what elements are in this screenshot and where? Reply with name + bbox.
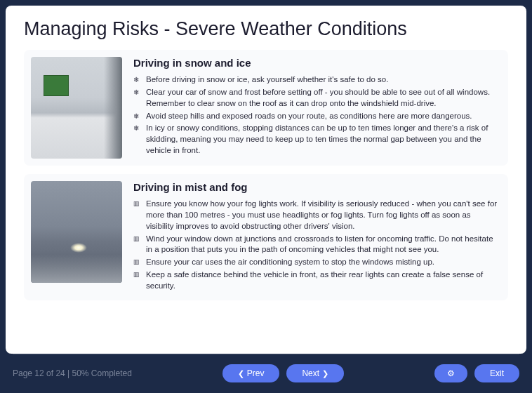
gear-icon: ⚙︎ — [447, 368, 455, 378]
list-item: Before driving in snow or ice, ask yours… — [133, 74, 498, 86]
list-item: Keep a safe distance behind the vehicle … — [133, 269, 498, 292]
section-snow-list: Before driving in snow or ice, ask yours… — [133, 74, 498, 156]
section-snow-heading: Driving in snow and ice — [133, 57, 498, 69]
list-item: Clear your car of snow and frost before … — [133, 87, 498, 109]
next-label: Next — [302, 368, 319, 378]
progress-text: Page 12 of 24 | 50% Completed — [13, 368, 132, 378]
list-item: Ensure your car uses the air conditionin… — [133, 257, 498, 268]
snow-road-image — [31, 57, 122, 159]
list-item: Ensure you know how your fog lights work… — [133, 199, 498, 232]
settings-button[interactable]: ⚙︎ — [434, 364, 467, 382]
next-button[interactable]: Next ❯ — [286, 364, 344, 382]
footer-right: ⚙︎ Exit — [434, 364, 519, 382]
exit-label: Exit — [490, 368, 504, 378]
list-item: Wind your window down at junctions and c… — [133, 234, 498, 256]
content-panel: Managing Risks - Severe Weather Conditio… — [6, 6, 526, 354]
list-item: In icy or snowy conditions, stopping dis… — [133, 123, 498, 156]
section-fog-list: Ensure you know how your fog lights work… — [133, 199, 498, 292]
page-title: Managing Risks - Severe Weather Conditio… — [24, 18, 508, 40]
section-fog-heading: Driving in mist and fog — [133, 181, 498, 193]
chevron-right-icon: ❯ — [322, 369, 328, 378]
prev-label: Prev — [247, 368, 265, 378]
prev-button[interactable]: ❮ Prev — [222, 364, 280, 382]
exit-button[interactable]: Exit — [474, 364, 519, 382]
list-item: Avoid steep hills and exposed roads on y… — [133, 111, 498, 122]
section-snow: Driving in snow and ice Before driving i… — [24, 50, 508, 166]
section-snow-body: Driving in snow and ice Before driving i… — [133, 57, 498, 159]
footer-center: ❮ Prev Next ❯ — [132, 364, 434, 382]
fog-road-image — [31, 181, 122, 283]
footer-bar: Page 12 of 24 | 50% Completed ❮ Prev Nex… — [6, 354, 526, 393]
section-fog-body: Driving in mist and fog Ensure you know … — [133, 181, 498, 293]
section-fog: Driving in mist and fog Ensure you know … — [24, 174, 508, 300]
chevron-left-icon: ❮ — [238, 369, 244, 378]
